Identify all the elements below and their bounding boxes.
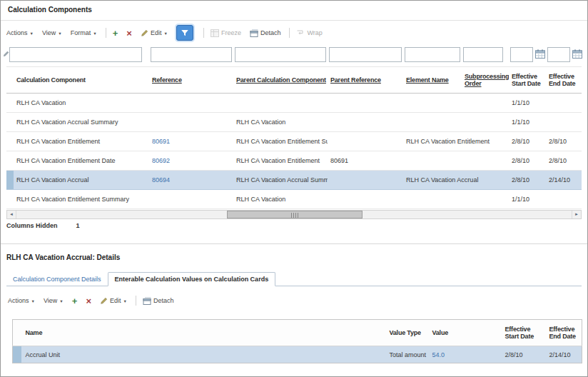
row-header-column bbox=[6, 67, 14, 94]
columns-hidden-status: Columns Hidden1 bbox=[6, 222, 80, 229]
filter-icon bbox=[181, 29, 189, 37]
col-header-name[interactable]: Name bbox=[21, 320, 385, 346]
row-selector[interactable] bbox=[6, 171, 14, 190]
detach-button[interactable]: Detach bbox=[250, 29, 281, 37]
details-toolbar: Actions ▼ View ▼ + × Edit ▼ Detach bbox=[8, 292, 182, 309]
reference-link[interactable]: 80692 bbox=[152, 157, 170, 164]
col-header-effective-end-date[interactable]: Effective End Date bbox=[546, 67, 582, 94]
page-title: Calculation Components bbox=[8, 6, 92, 14]
reference-link[interactable]: 80691 bbox=[152, 138, 170, 145]
toolbar-separator bbox=[289, 28, 290, 38]
qbe-pencil-icon bbox=[3, 51, 9, 57]
pencil-icon bbox=[141, 29, 148, 37]
table-row[interactable]: RLH CA Vacation Entitlement Summary RLH … bbox=[6, 190, 582, 209]
filter-parent-reference-input[interactable] bbox=[329, 47, 402, 62]
delete-icon[interactable]: × bbox=[86, 296, 91, 306]
row-selector[interactable] bbox=[6, 190, 14, 209]
scrollbar-track[interactable] bbox=[16, 211, 572, 218]
wrap-icon bbox=[296, 29, 305, 36]
chevron-down-icon: ▼ bbox=[30, 31, 34, 36]
format-menu[interactable]: Format ▼ bbox=[71, 29, 97, 36]
horizontal-scrollbar[interactable]: ◄ ► bbox=[6, 210, 582, 219]
add-icon[interactable]: + bbox=[113, 29, 118, 38]
row-selector[interactable] bbox=[6, 94, 14, 113]
filter-subprocessing-order-input[interactable] bbox=[463, 47, 503, 62]
value-link[interactable]: 54.0 bbox=[432, 351, 445, 358]
filter-reference-input[interactable] bbox=[151, 47, 232, 62]
row-selector[interactable] bbox=[13, 346, 21, 363]
filter-effective-start-date-input[interactable] bbox=[510, 47, 533, 62]
columns-hidden-count: 1 bbox=[76, 222, 80, 229]
col-header-effective-start-date[interactable]: Effective Start Date bbox=[509, 67, 546, 94]
chevron-down-icon: ▼ bbox=[31, 299, 35, 303]
col-header-parent-reference[interactable]: Parent Reference bbox=[328, 67, 403, 94]
row-selector[interactable] bbox=[6, 151, 14, 171]
calculation-components-table: Calculation Component Reference Parent C… bbox=[6, 66, 582, 209]
table-row-selected[interactable]: RLH CA Vacation Accrual 80694 RLH CA Vac… bbox=[6, 171, 582, 190]
details-actions-menu[interactable]: Actions ▼ bbox=[8, 297, 35, 304]
header-row: Calculation Component Reference Parent C… bbox=[6, 67, 582, 94]
tab-enterable-calculation-values[interactable]: Enterable Calculation Values on Calculat… bbox=[108, 272, 276, 286]
freeze-icon bbox=[211, 29, 219, 37]
details-tabs: Calculation Component Details Enterable … bbox=[6, 269, 582, 286]
chevron-down-icon: ▼ bbox=[59, 299, 63, 303]
col-header-effective-start-date[interactable]: Effective Start Date bbox=[501, 320, 545, 346]
filter-element-name-input[interactable] bbox=[405, 47, 460, 62]
col-header-reference[interactable]: Reference bbox=[149, 67, 233, 94]
calendar-icon[interactable] bbox=[534, 49, 546, 60]
col-header-value-type[interactable]: Value Type bbox=[385, 320, 428, 346]
chevron-down-icon: ▼ bbox=[123, 299, 126, 303]
scroll-right-icon[interactable]: ► bbox=[572, 211, 581, 218]
tab-calculation-component-details[interactable]: Calculation Component Details bbox=[6, 273, 108, 286]
pencil-icon bbox=[100, 297, 108, 305]
col-header-parent-calculation-component[interactable]: Parent Calculation Component bbox=[233, 67, 328, 94]
calendar-icon[interactable] bbox=[572, 49, 583, 60]
filter-parent-calculation-component-input[interactable] bbox=[235, 47, 326, 62]
table-row[interactable]: RLH CA Vacation Entitlement Date 80692 R… bbox=[6, 151, 582, 171]
table-row[interactable]: RLH CA Vacation Accrual Summary RLH CA V… bbox=[6, 113, 582, 132]
header-row: Name Value Type Value Effective Start Da… bbox=[13, 320, 582, 346]
edit-menu[interactable]: Edit ▼ bbox=[141, 29, 168, 37]
row-header-column bbox=[13, 320, 21, 346]
reference-link[interactable]: 80694 bbox=[152, 176, 170, 184]
table-row[interactable]: RLH CA Vacation 1/1/10 bbox=[6, 94, 582, 113]
add-icon[interactable]: + bbox=[72, 296, 78, 306]
col-header-element-name[interactable]: Element Name bbox=[403, 67, 462, 94]
col-header-effective-end-date[interactable]: Effective End Date bbox=[545, 320, 582, 346]
table-row-selected[interactable]: Accrual Unit Total amount 54.0 2/8/10 2/… bbox=[13, 346, 582, 363]
title-separator bbox=[1, 20, 587, 21]
delete-icon[interactable]: × bbox=[126, 29, 132, 38]
freeze-button: Freeze bbox=[211, 29, 241, 37]
enterable-calculation-values-table: Name Value Type Value Effective Start Da… bbox=[12, 319, 582, 363]
scroll-left-icon[interactable]: ◄ bbox=[7, 211, 16, 218]
row-selector[interactable] bbox=[6, 113, 14, 132]
details-edit-menu[interactable]: Edit ▼ bbox=[100, 297, 127, 305]
query-by-example-button[interactable] bbox=[176, 25, 193, 41]
detach-icon bbox=[250, 29, 258, 37]
col-header-subprocessing-order[interactable]: Subprocessing Order bbox=[462, 67, 509, 94]
row-selector[interactable] bbox=[6, 132, 14, 151]
details-title: RLH CA Vacation Accrual: Details bbox=[6, 253, 120, 261]
wrap-button: Wrap bbox=[296, 29, 322, 36]
scrollbar-thumb[interactable] bbox=[227, 211, 363, 218]
view-menu[interactable]: View ▼ bbox=[42, 29, 62, 36]
filter-effective-end-date-input[interactable] bbox=[547, 47, 570, 62]
chevron-down-icon: ▼ bbox=[163, 31, 167, 36]
detach-icon bbox=[143, 297, 151, 305]
section-separator bbox=[1, 243, 587, 244]
details-view-menu[interactable]: View ▼ bbox=[44, 297, 64, 304]
toolbar-separator bbox=[203, 28, 204, 38]
table-row[interactable]: RLH CA Vacation Entitlement 80691 RLH CA… bbox=[6, 132, 582, 151]
toolbar-separator bbox=[136, 296, 136, 306]
components-toolbar: Actions ▼ View ▼ Format ▼ + × Edit ▼ Fre… bbox=[6, 24, 331, 41]
toolbar-separator bbox=[106, 28, 106, 38]
details-detach-button[interactable]: Detach bbox=[143, 297, 174, 305]
columns-hidden-label: Columns Hidden bbox=[6, 222, 58, 229]
calculation-components-page: Calculation Components Actions ▼ View ▼ … bbox=[0, 0, 588, 377]
actions-menu[interactable]: Actions ▼ bbox=[6, 29, 34, 36]
col-header-value[interactable]: Value bbox=[428, 320, 501, 346]
col-header-calculation-component[interactable]: Calculation Component bbox=[14, 67, 149, 94]
chevron-down-icon: ▼ bbox=[58, 31, 61, 36]
chevron-down-icon: ▼ bbox=[93, 31, 96, 36]
filter-calculation-component-input[interactable] bbox=[9, 47, 142, 62]
